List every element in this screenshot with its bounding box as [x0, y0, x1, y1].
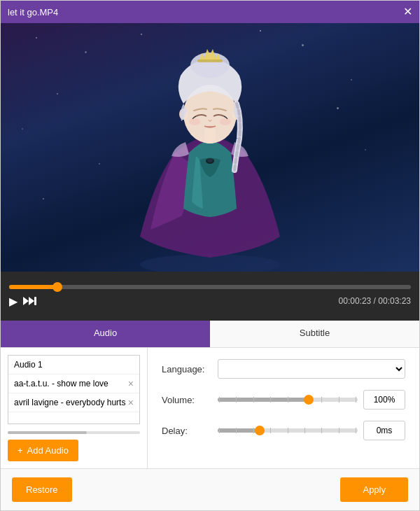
- time-display: 00:00:23 / 00:03:23: [339, 296, 411, 306]
- settings-panel: Language: Volume:: [148, 348, 419, 468]
- volume-label: Volume:: [162, 395, 211, 405]
- video-area: [1, 23, 419, 272]
- audio-panel: Audio 1 aa-t.a.t.u. - show me love × avr…: [1, 348, 148, 468]
- add-audio-label: Add Audio: [27, 445, 69, 456]
- video-thumbnail: [1, 23, 419, 272]
- total-time: 00:03:23: [378, 296, 411, 306]
- tab-subtitle[interactable]: Subtitle: [210, 321, 419, 347]
- delay-row: Delay: 0ms: [162, 421, 405, 440]
- language-row: Language:: [162, 359, 405, 379]
- svg-marker-12: [29, 297, 34, 305]
- tab-section: Audio Subtitle: [1, 321, 419, 348]
- play-controls: ▶: [9, 295, 37, 308]
- audio-list: Audio 1 aa-t.a.t.u. - show me love × avr…: [8, 355, 140, 424]
- add-audio-button[interactable]: + Add Audio: [8, 440, 78, 461]
- restore-button[interactable]: Restore: [12, 477, 72, 502]
- fast-forward-button[interactable]: [23, 295, 37, 307]
- audio-scrollbar-thumb: [8, 431, 87, 434]
- volume-fill: [218, 398, 309, 402]
- bottom-bar: Restore Apply: [1, 468, 419, 510]
- language-dropdown[interactable]: [218, 359, 405, 379]
- delay-control: 0ms: [218, 421, 405, 440]
- volume-thumb[interactable]: [304, 395, 314, 405]
- volume-value[interactable]: 100%: [363, 390, 405, 410]
- svg-marker-11: [23, 297, 29, 305]
- audio-item-1[interactable]: Audio 1: [8, 356, 139, 374]
- audio-item-3[interactable]: avril lavigne - everybody hurts ×: [8, 393, 139, 412]
- close-button[interactable]: ✕: [403, 6, 412, 18]
- audio-item-remove-2[interactable]: ×: [128, 379, 134, 388]
- delay-fill: [218, 428, 260, 433]
- svg-rect-8: [197, 59, 223, 62]
- delay-slider[interactable]: [218, 428, 358, 433]
- audio-scrollbar[interactable]: [8, 431, 140, 434]
- language-label: Language:: [162, 364, 211, 374]
- progress-track[interactable]: [9, 285, 411, 289]
- svg-rect-13: [34, 297, 36, 305]
- audio-item-label: aa-t.a.t.u. - show me love: [14, 379, 108, 388]
- audio-item-label: avril lavigne - everybody hurts: [14, 398, 125, 407]
- tab-audio[interactable]: Audio: [1, 321, 210, 347]
- volume-control: 100%: [218, 390, 405, 410]
- svg-point-10: [220, 118, 231, 125]
- language-control: [218, 359, 405, 379]
- apply-button[interactable]: Apply: [340, 477, 408, 502]
- svg-point-9: [189, 118, 200, 125]
- current-time: 00:00:23: [339, 296, 372, 306]
- volume-slider[interactable]: [218, 398, 358, 402]
- audio-item-remove-3[interactable]: ×: [128, 398, 134, 407]
- time-separator: /: [371, 296, 378, 306]
- title-bar: let it go.MP4 ✕: [1, 1, 419, 23]
- controls-bar: ▶ 00:00:23 / 00:03:23: [1, 272, 419, 321]
- add-audio-icon: +: [18, 445, 23, 456]
- progress-fill: [9, 285, 57, 289]
- delay-value[interactable]: 0ms: [363, 421, 405, 440]
- play-button[interactable]: ▶: [9, 295, 18, 308]
- delay-label: Delay:: [162, 426, 211, 436]
- elsa-character: [119, 41, 301, 272]
- volume-row: Volume: 100%: [162, 390, 405, 410]
- window-title: let it go.MP4: [8, 7, 58, 18]
- delay-thumb[interactable]: [255, 426, 265, 435]
- audio-item-2[interactable]: aa-t.a.t.u. - show me love ×: [8, 374, 139, 393]
- buttons-row: ▶ 00:00:23 / 00:03:23: [9, 295, 411, 308]
- audio-item-label: Audio 1: [14, 360, 43, 370]
- progress-thumb[interactable]: [52, 282, 62, 292]
- progress-row[interactable]: [9, 285, 411, 289]
- main-window: let it go.MP4 ✕: [0, 0, 420, 511]
- svg-point-2: [207, 158, 213, 162]
- content-area: Audio 1 aa-t.a.t.u. - show me love × avr…: [1, 348, 419, 468]
